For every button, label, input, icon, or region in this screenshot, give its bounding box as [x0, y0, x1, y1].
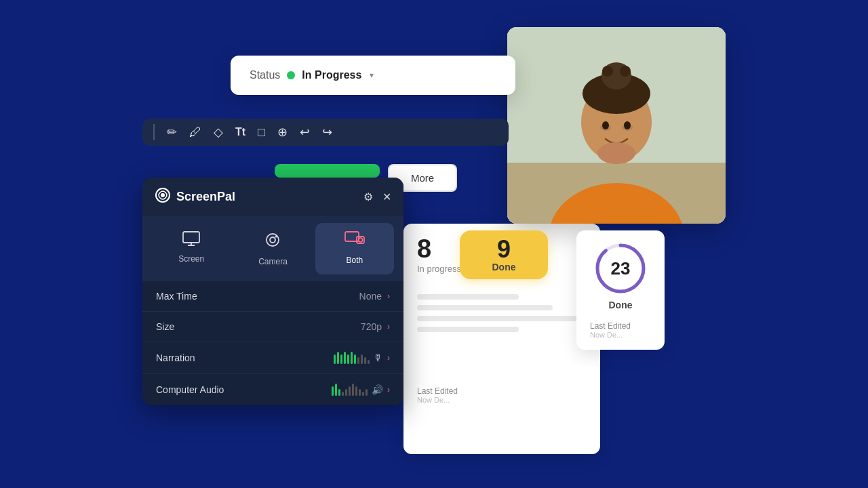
computer-audio-bars: [332, 384, 368, 396]
both-icon: [344, 231, 365, 251]
svg-point-8: [620, 66, 631, 77]
screen-icon: [182, 231, 200, 250]
svg-point-12: [624, 121, 631, 129]
size-label: Size: [156, 321, 361, 332]
status-dot: [287, 71, 295, 79]
done-badge-label: Done: [492, 262, 516, 272]
status-card: Status In Progress ▾: [231, 56, 515, 95]
audio-bar: [349, 386, 351, 396]
audio-bar: [337, 352, 339, 364]
both-label: Both: [346, 256, 363, 265]
svg-rect-18: [183, 232, 199, 243]
green-button[interactable]: [275, 164, 380, 178]
size-value: 720p: [361, 321, 382, 332]
audio-bar: [355, 386, 357, 396]
computer-audio-label: Computer Audio: [156, 384, 332, 395]
svg-point-7: [602, 66, 613, 77]
svg-point-23: [275, 236, 277, 238]
panel-header-icons: ⚙ ✕: [363, 190, 391, 203]
mode-screen[interactable]: Screen: [152, 223, 231, 274]
microphone-icon: 🎙: [374, 352, 383, 363]
audio-bar: [351, 352, 353, 364]
maxtime-value: None: [359, 291, 382, 302]
audio-bar: [359, 389, 361, 396]
audio-bar: [335, 384, 337, 396]
pen-icon[interactable]: ✏: [167, 126, 177, 138]
audio-bar: [362, 392, 364, 396]
logo-icon: [155, 187, 171, 207]
last-edited-label: Last Edited: [417, 386, 587, 396]
circle-progress: 23: [593, 241, 648, 296]
eraser-icon[interactable]: ◇: [214, 126, 223, 138]
logo-text: ScreenPal: [176, 190, 235, 204]
mode-camera[interactable]: Camera: [233, 223, 312, 274]
narration-label: Narration: [156, 352, 334, 363]
audio-bar: [347, 354, 349, 364]
zoom-icon[interactable]: ⊕: [277, 126, 288, 138]
audio-bar: [334, 354, 336, 364]
panel-logo: ScreenPal: [155, 187, 235, 207]
status-value: In Progress: [302, 69, 361, 81]
setting-computer-audio[interactable]: Computer Audio 🔊 ›: [142, 374, 403, 405]
toolbar: ✏ 🖊 ◇ Tt □ ⊕ ↩ ↪: [142, 119, 509, 146]
audio-bar: [364, 357, 366, 364]
redo-icon[interactable]: ↪: [322, 126, 332, 138]
done-badge-number: 9: [497, 237, 511, 262]
svg-point-17: [161, 193, 165, 197]
last-edited-value: Now De...: [417, 396, 587, 404]
maxtime-chevron-icon: ›: [387, 291, 390, 301]
svg-point-11: [602, 121, 609, 129]
size-chevron-icon: ›: [387, 322, 390, 331]
photo-card: [507, 27, 726, 224]
audio-bar: [345, 389, 347, 396]
circle-number: 23: [611, 258, 631, 279]
setting-maxtime[interactable]: Max Time None ›: [142, 281, 403, 312]
shape-icon[interactable]: □: [258, 126, 265, 138]
last-edited-value: Now De...: [590, 331, 651, 339]
close-icon[interactable]: ✕: [382, 190, 391, 203]
maxtime-label: Max Time: [156, 291, 359, 302]
done-badge-yellow: 9 Done: [460, 230, 548, 279]
audio-bar: [338, 389, 340, 396]
audio-bar: [342, 392, 344, 396]
audio-bar: [361, 354, 363, 364]
screen-label: Screen: [178, 254, 204, 264]
audio-bar: [332, 386, 334, 396]
narration-bars: [334, 352, 370, 364]
audio-bar: [352, 384, 354, 396]
circle-label: Done: [609, 300, 633, 310]
highlighter-icon[interactable]: 🖊: [189, 126, 201, 138]
camera-label: Camera: [258, 257, 288, 266]
setting-size[interactable]: Size 720p ›: [142, 312, 403, 342]
speaker-icon: 🔊: [372, 384, 383, 395]
text-icon[interactable]: Tt: [235, 127, 245, 138]
narration-chevron-icon: ›: [387, 353, 390, 363]
setting-narration[interactable]: Narration 🎙 ›: [142, 342, 403, 374]
audio-bar: [368, 360, 370, 364]
svg-point-13: [597, 142, 635, 164]
settings-area: Max Time None › Size 720p › Narration 🎙 …: [142, 281, 403, 405]
camera-icon: [264, 231, 281, 253]
last-edited-title: Last Edited: [590, 321, 651, 331]
mode-both[interactable]: Both: [315, 223, 394, 274]
svg-point-22: [270, 237, 275, 243]
computer-audio-chevron-icon: ›: [387, 385, 390, 394]
status-label: Status: [250, 69, 280, 81]
audio-bar: [366, 389, 368, 396]
screenpal-panel: ScreenPal ⚙ ✕ Screen: [142, 178, 403, 405]
audio-bar: [354, 354, 356, 364]
audio-bar: [357, 357, 359, 364]
mode-selector: Screen Camera Both: [142, 216, 403, 281]
svg-point-21: [267, 234, 279, 246]
panel-header: ScreenPal ⚙ ✕: [142, 178, 403, 216]
audio-bar: [340, 354, 342, 364]
settings-icon[interactable]: ⚙: [363, 190, 373, 203]
audio-bar: [344, 352, 346, 364]
status-chevron-icon[interactable]: ▾: [370, 70, 374, 80]
done-circle-card: 23 Done Last Edited Now De...: [576, 230, 665, 350]
toolbar-divider: [153, 124, 155, 140]
undo-icon[interactable]: ↩: [300, 126, 310, 138]
